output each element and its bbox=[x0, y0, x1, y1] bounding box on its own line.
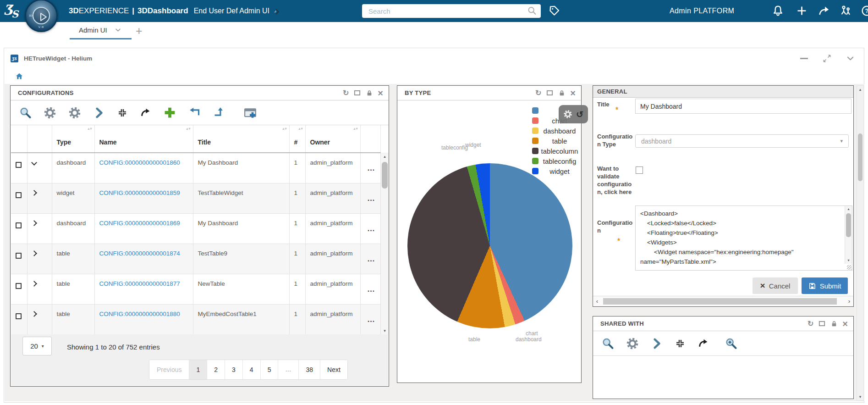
scrollbar-thumb[interactable] bbox=[382, 162, 388, 189]
configuration-textarea[interactable]: <Dashboard> <Locked>false</Locked> <Floa… bbox=[635, 205, 852, 271]
legend-item[interactable]: tableconfig bbox=[532, 156, 581, 166]
pagination-page-4[interactable]: 4 bbox=[243, 360, 261, 379]
widget-chevron-down-icon[interactable] bbox=[846, 54, 855, 63]
move-into-icon[interactable] bbox=[188, 106, 201, 119]
column-type[interactable]: ▴▾Type bbox=[52, 125, 94, 153]
refresh-icon[interactable]: ↻ bbox=[343, 89, 349, 97]
expand-icon[interactable] bbox=[823, 54, 831, 63]
home-icon[interactable] bbox=[15, 72, 23, 80]
row-checkbox[interactable] bbox=[16, 283, 22, 289]
legend-item[interactable]: dashboard bbox=[532, 126, 581, 136]
move-out-icon[interactable] bbox=[213, 106, 225, 119]
row-actions-button[interactable]: … bbox=[365, 250, 378, 268]
submit-button[interactable]: Submit bbox=[802, 277, 848, 294]
scroll-up-icon[interactable]: ▴ bbox=[857, 86, 863, 93]
scroll-down-icon[interactable]: ▾ bbox=[857, 393, 863, 400]
close-icon[interactable]: × bbox=[378, 89, 383, 98]
notifications-bell-icon[interactable] bbox=[772, 5, 784, 17]
table-row[interactable]: table CONFIG:0000000000001874 TestTable9… bbox=[11, 244, 380, 274]
row-chevron-right-icon[interactable] bbox=[31, 311, 37, 317]
config-link[interactable]: CONFIG:0000000000001880 bbox=[99, 311, 180, 317]
row-checkbox[interactable] bbox=[16, 313, 22, 319]
platform-label[interactable]: Admin PLATFORM bbox=[670, 0, 734, 22]
add-panel-icon[interactable] bbox=[243, 106, 257, 120]
cancel-button[interactable]: × Cancel bbox=[753, 277, 798, 294]
refresh-icon[interactable]: ↻ bbox=[808, 320, 813, 327]
add-icon[interactable] bbox=[163, 106, 176, 119]
search-icon[interactable] bbox=[19, 106, 32, 119]
scrollbar-thumb[interactable] bbox=[846, 213, 851, 237]
row-chevron-right-icon[interactable] bbox=[31, 190, 37, 196]
general-horizontal-scrollbar[interactable]: ‹ › bbox=[593, 296, 853, 306]
share-icon[interactable] bbox=[818, 5, 830, 17]
dashboard-context-name[interactable]: End User Def Admin UI bbox=[194, 7, 269, 15]
pie-chart[interactable] bbox=[407, 163, 572, 328]
refresh-icon[interactable]: ↻ bbox=[535, 89, 541, 97]
config-link[interactable]: CONFIG:0000000000001877 bbox=[99, 280, 180, 287]
table-row[interactable]: dashboard CONFIG:0000000000001869 My Das… bbox=[11, 213, 380, 244]
gear-icon-2[interactable] bbox=[68, 106, 81, 119]
gear-icon[interactable] bbox=[626, 337, 639, 350]
pagination-previous[interactable]: Previous bbox=[149, 360, 189, 379]
chevron-right-icon[interactable] bbox=[93, 107, 105, 119]
tab-chevron-down-icon[interactable] bbox=[115, 27, 121, 33]
maximize-icon[interactable] bbox=[353, 89, 361, 97]
sort-icon[interactable]: ▴▾ bbox=[282, 127, 287, 131]
table-row[interactable]: dashboard CONFIG:0000000000001860 My Das… bbox=[11, 153, 380, 183]
legend-item[interactable]: tablecolumn bbox=[532, 146, 581, 156]
zoom-in-icon[interactable] bbox=[725, 337, 737, 350]
search-icon[interactable] bbox=[601, 337, 614, 350]
lock-icon[interactable] bbox=[366, 89, 373, 97]
scroll-right-icon[interactable]: › bbox=[846, 296, 852, 306]
collapse-all-icon[interactable] bbox=[117, 107, 128, 118]
sort-icon[interactable]: ▴▾ bbox=[186, 127, 191, 131]
close-icon[interactable]: × bbox=[570, 89, 576, 98]
config-type-select[interactable]: dashboard ▾ bbox=[635, 134, 849, 148]
sort-icon[interactable]: ▴▾ bbox=[298, 127, 303, 131]
search-input[interactable] bbox=[362, 4, 541, 18]
sort-icon[interactable]: ▴▾ bbox=[88, 127, 92, 131]
row-actions-button[interactable]: … bbox=[365, 311, 378, 329]
lock-icon[interactable] bbox=[558, 89, 566, 97]
row-actions-button[interactable]: … bbox=[365, 159, 378, 178]
page-size-select[interactable]: 20 ▾ bbox=[22, 337, 52, 355]
maximize-icon[interactable] bbox=[546, 89, 554, 97]
legend-item[interactable]: widget bbox=[532, 166, 581, 176]
help-icon[interactable] bbox=[861, 5, 868, 17]
table-scrollbar[interactable]: ▴ ▾ bbox=[380, 153, 389, 334]
lock-icon[interactable] bbox=[830, 320, 838, 327]
minimize-icon[interactable] bbox=[800, 58, 808, 59]
row-checkbox[interactable] bbox=[16, 192, 22, 198]
redo-icon[interactable] bbox=[698, 338, 709, 349]
config-link[interactable]: CONFIG:0000000000001874 bbox=[99, 250, 180, 257]
scroll-up-icon[interactable]: ▴ bbox=[845, 206, 852, 212]
row-chevron-right-icon[interactable] bbox=[31, 250, 37, 256]
chart-reset-undo-icon[interactable]: ↺ bbox=[576, 109, 583, 120]
column-title[interactable]: ▴▾Title bbox=[193, 125, 289, 153]
textarea-scrollbar[interactable]: ▴ ▾ bbox=[845, 206, 852, 264]
legend-item[interactable]: table bbox=[532, 136, 581, 146]
config-link[interactable]: CONFIG:0000000000001860 bbox=[99, 159, 180, 166]
pagination-page-38[interactable]: 38 bbox=[299, 360, 320, 379]
add-tab-button[interactable]: + bbox=[136, 24, 143, 38]
sort-icon[interactable]: ▴▾ bbox=[353, 127, 358, 131]
validate-checkbox[interactable] bbox=[636, 166, 643, 174]
collapse-all-icon[interactable] bbox=[675, 338, 686, 349]
row-actions-button[interactable]: … bbox=[365, 189, 378, 208]
row-chevron-right-icon[interactable] bbox=[31, 220, 37, 226]
tag-icon[interactable] bbox=[548, 5, 560, 17]
column-name[interactable]: ▴▾Name bbox=[94, 125, 193, 153]
pagination-page-3[interactable]: 3 bbox=[225, 360, 243, 379]
scroll-left-icon[interactable]: ‹ bbox=[594, 296, 600, 306]
scroll-down-icon[interactable]: ▾ bbox=[381, 327, 389, 334]
pagination-next[interactable]: Next bbox=[320, 360, 347, 379]
pagination-page-5[interactable]: 5 bbox=[261, 360, 279, 379]
title-field[interactable] bbox=[635, 99, 852, 114]
table-row[interactable]: table CONFIG:0000000000001880 MyEmbedCos… bbox=[11, 304, 380, 334]
row-actions-button[interactable]: … bbox=[365, 280, 378, 299]
scrollbar-thumb[interactable] bbox=[603, 298, 837, 305]
resize-grip[interactable] bbox=[847, 265, 852, 270]
row-chevron-down-icon[interactable] bbox=[31, 160, 37, 166]
config-link[interactable]: CONFIG:0000000000001859 bbox=[99, 189, 180, 196]
search-icon[interactable] bbox=[527, 6, 537, 16]
